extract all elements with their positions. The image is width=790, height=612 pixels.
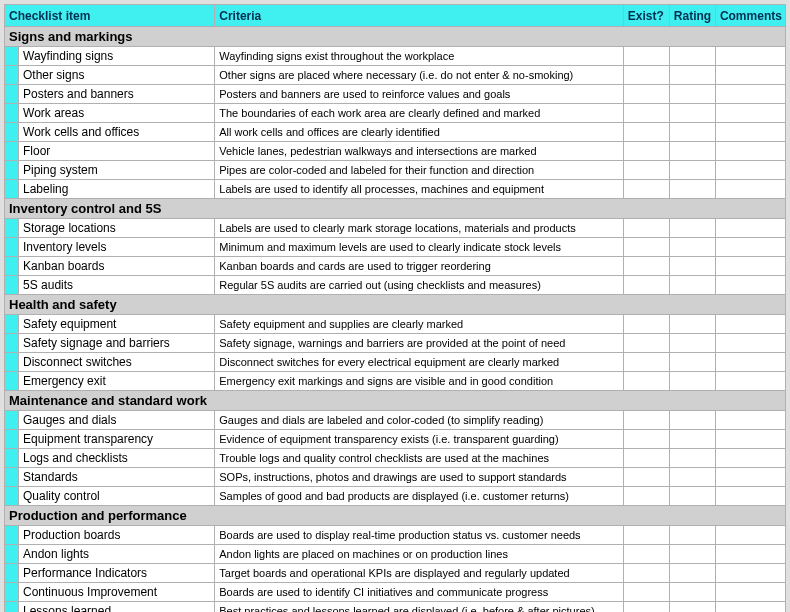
exist-cell[interactable] bbox=[623, 449, 669, 468]
rating-cell[interactable] bbox=[669, 545, 715, 564]
row-indent bbox=[5, 334, 19, 353]
exist-cell[interactable] bbox=[623, 487, 669, 506]
comments-cell[interactable] bbox=[715, 372, 785, 391]
section-header: Production and performance bbox=[5, 506, 786, 526]
checklist-item-criteria: Wayfinding signs exist throughout the wo… bbox=[215, 47, 624, 66]
comments-cell[interactable] bbox=[715, 430, 785, 449]
rating-cell[interactable] bbox=[669, 142, 715, 161]
comments-cell[interactable] bbox=[715, 545, 785, 564]
comments-cell[interactable] bbox=[715, 104, 785, 123]
comments-cell[interactable] bbox=[715, 583, 785, 602]
comments-cell[interactable] bbox=[715, 602, 785, 613]
comments-cell[interactable] bbox=[715, 353, 785, 372]
exist-cell[interactable] bbox=[623, 257, 669, 276]
comments-cell[interactable] bbox=[715, 66, 785, 85]
checklist-item-criteria: Regular 5S audits are carried out (using… bbox=[215, 276, 624, 295]
exist-cell[interactable] bbox=[623, 104, 669, 123]
checklist-row: Performance IndicatorsTarget boards and … bbox=[5, 564, 786, 583]
exist-cell[interactable] bbox=[623, 85, 669, 104]
comments-cell[interactable] bbox=[715, 123, 785, 142]
rating-cell[interactable] bbox=[669, 430, 715, 449]
exist-cell[interactable] bbox=[623, 47, 669, 66]
rating-cell[interactable] bbox=[669, 276, 715, 295]
comments-cell[interactable] bbox=[715, 180, 785, 199]
row-indent bbox=[5, 276, 19, 295]
rating-cell[interactable] bbox=[669, 602, 715, 613]
exist-cell[interactable] bbox=[623, 564, 669, 583]
row-indent bbox=[5, 372, 19, 391]
comments-cell[interactable] bbox=[715, 449, 785, 468]
exist-cell[interactable] bbox=[623, 219, 669, 238]
rating-cell[interactable] bbox=[669, 468, 715, 487]
rating-cell[interactable] bbox=[669, 161, 715, 180]
checklist-row: Other signsOther signs are placed where … bbox=[5, 66, 786, 85]
checklist-item-name: Storage locations bbox=[19, 219, 215, 238]
comments-cell[interactable] bbox=[715, 238, 785, 257]
comments-cell[interactable] bbox=[715, 142, 785, 161]
comments-cell[interactable] bbox=[715, 257, 785, 276]
exist-cell[interactable] bbox=[623, 583, 669, 602]
checklist-row: Work cells and officesAll work cells and… bbox=[5, 123, 786, 142]
comments-cell[interactable] bbox=[715, 411, 785, 430]
checklist-item-name: Equipment transparency bbox=[19, 430, 215, 449]
exist-cell[interactable] bbox=[623, 142, 669, 161]
exist-cell[interactable] bbox=[623, 372, 669, 391]
rating-cell[interactable] bbox=[669, 564, 715, 583]
comments-cell[interactable] bbox=[715, 276, 785, 295]
comments-cell[interactable] bbox=[715, 564, 785, 583]
comments-cell[interactable] bbox=[715, 85, 785, 104]
section-header: Inventory control and 5S bbox=[5, 199, 786, 219]
exist-cell[interactable] bbox=[623, 180, 669, 199]
exist-cell[interactable] bbox=[623, 430, 669, 449]
exist-cell[interactable] bbox=[623, 315, 669, 334]
checklist-item-name: Gauges and dials bbox=[19, 411, 215, 430]
rating-cell[interactable] bbox=[669, 353, 715, 372]
exist-cell[interactable] bbox=[623, 545, 669, 564]
header-comments: Comments bbox=[715, 5, 785, 27]
comments-cell[interactable] bbox=[715, 334, 785, 353]
rating-cell[interactable] bbox=[669, 47, 715, 66]
rating-cell[interactable] bbox=[669, 487, 715, 506]
checklist-item-criteria: Labels are used to clearly mark storage … bbox=[215, 219, 624, 238]
comments-cell[interactable] bbox=[715, 219, 785, 238]
rating-cell[interactable] bbox=[669, 257, 715, 276]
comments-cell[interactable] bbox=[715, 487, 785, 506]
exist-cell[interactable] bbox=[623, 238, 669, 257]
comments-cell[interactable] bbox=[715, 468, 785, 487]
rating-cell[interactable] bbox=[669, 315, 715, 334]
checklist-item-criteria: The boundaries of each work area are cle… bbox=[215, 104, 624, 123]
rating-cell[interactable] bbox=[669, 372, 715, 391]
rating-cell[interactable] bbox=[669, 104, 715, 123]
exist-cell[interactable] bbox=[623, 66, 669, 85]
header-row: Checklist item Criteria Exist? Rating Co… bbox=[5, 5, 786, 27]
exist-cell[interactable] bbox=[623, 276, 669, 295]
comments-cell[interactable] bbox=[715, 526, 785, 545]
checklist-row: Lessons learnedBest practices and lesson… bbox=[5, 602, 786, 613]
rating-cell[interactable] bbox=[669, 85, 715, 104]
rating-cell[interactable] bbox=[669, 238, 715, 257]
exist-cell[interactable] bbox=[623, 468, 669, 487]
exist-cell[interactable] bbox=[623, 526, 669, 545]
checklist-item-criteria: Boards are used to display real-time pro… bbox=[215, 526, 624, 545]
exist-cell[interactable] bbox=[623, 411, 669, 430]
comments-cell[interactable] bbox=[715, 315, 785, 334]
rating-cell[interactable] bbox=[669, 219, 715, 238]
rating-cell[interactable] bbox=[669, 66, 715, 85]
checklist-item-criteria: Boards are used to identify CI initiativ… bbox=[215, 583, 624, 602]
exist-cell[interactable] bbox=[623, 123, 669, 142]
row-indent bbox=[5, 104, 19, 123]
rating-cell[interactable] bbox=[669, 334, 715, 353]
rating-cell[interactable] bbox=[669, 526, 715, 545]
rating-cell[interactable] bbox=[669, 449, 715, 468]
exist-cell[interactable] bbox=[623, 353, 669, 372]
rating-cell[interactable] bbox=[669, 583, 715, 602]
rating-cell[interactable] bbox=[669, 123, 715, 142]
exist-cell[interactable] bbox=[623, 334, 669, 353]
checklist-item-name: Work areas bbox=[19, 104, 215, 123]
rating-cell[interactable] bbox=[669, 411, 715, 430]
comments-cell[interactable] bbox=[715, 47, 785, 66]
exist-cell[interactable] bbox=[623, 161, 669, 180]
exist-cell[interactable] bbox=[623, 602, 669, 613]
comments-cell[interactable] bbox=[715, 161, 785, 180]
rating-cell[interactable] bbox=[669, 180, 715, 199]
